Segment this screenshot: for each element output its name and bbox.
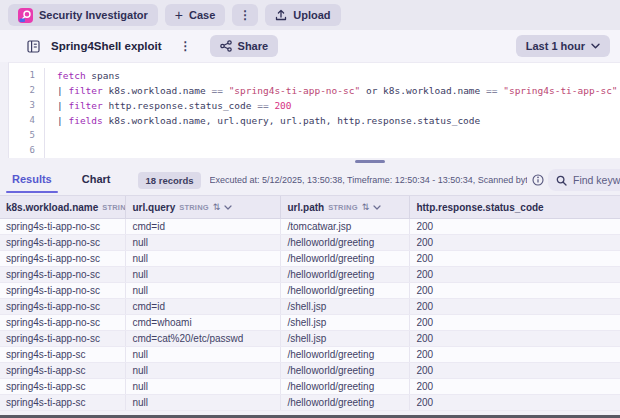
code-line[interactable]: 3| filter http.response.status_code == 2…: [9, 98, 620, 113]
notebook-icon: [27, 40, 40, 53]
table-row[interactable]: spring4s-ti-app-scnull/helloworld/greeti…: [0, 347, 620, 363]
table-cell[interactable]: 200: [410, 283, 620, 298]
upload-label: Upload: [293, 9, 330, 21]
table-cell[interactable]: null: [126, 267, 281, 282]
add-case-label: Case: [189, 9, 215, 21]
table-cell[interactable]: /helloworld/greeting: [281, 363, 410, 378]
table-cell[interactable]: spring4s-ti-app-sc: [0, 347, 126, 362]
chevron-down-icon[interactable]: [373, 205, 381, 210]
table-cell[interactable]: spring4s-ti-app-no-sc: [0, 315, 126, 330]
table-cell[interactable]: spring4s-ti-app-no-sc: [0, 299, 126, 314]
table-row[interactable]: spring4s-ti-app-scnull/helloworld/greeti…: [0, 363, 620, 379]
table-cell[interactable]: 200: [410, 267, 620, 282]
table-cell[interactable]: spring4s-ti-app-sc: [0, 363, 126, 378]
table-cell[interactable]: 200: [410, 379, 620, 394]
table-row[interactable]: spring4s-ti-app-no-sccmd=whoami/shell.js…: [0, 315, 620, 331]
column-header-http.response.status_code[interactable]: http.response.status_code: [410, 196, 620, 218]
table-cell[interactable]: spring4s-ti-app-sc: [0, 379, 126, 394]
table-cell[interactable]: spring4s-ti-app-no-sc: [0, 331, 126, 346]
column-type: STRING: [179, 203, 209, 212]
table-cell[interactable]: 200: [410, 251, 620, 266]
table-row[interactable]: spring4s-ti-app-scnull/helloworld/greeti…: [0, 379, 620, 395]
share-label: Share: [238, 40, 269, 52]
table-row[interactable]: spring4s-ti-app-no-sccmd=id/shell.jsp200: [0, 299, 620, 315]
resize-handle[interactable]: [355, 160, 385, 163]
table-cell[interactable]: 200: [410, 363, 620, 378]
table-cell[interactable]: cmd=cat%20/etc/passwd: [126, 331, 281, 346]
column-header-url.path[interactable]: url.pathSTRING⇅: [281, 196, 410, 218]
table-cell[interactable]: spring4s-ti-app-no-sc: [0, 283, 126, 298]
table-cell[interactable]: spring4s-ti-app-no-sc: [0, 235, 126, 250]
table-cell[interactable]: /helloworld/greeting: [281, 267, 410, 282]
table-row[interactable]: spring4s-ti-app-no-sccmd=id/tomcatwar.js…: [0, 219, 620, 235]
code-line[interactable]: 4| fields k8s.workload.name, url.query, …: [9, 113, 620, 128]
table-cell[interactable]: spring4s-ti-app-no-sc: [0, 219, 126, 234]
table-cell[interactable]: /tomcatwar.jsp: [281, 219, 410, 234]
tab-results[interactable]: Results: [10, 167, 54, 193]
table-cell[interactable]: null: [126, 251, 281, 266]
table-cell[interactable]: /helloworld/greeting: [281, 379, 410, 394]
table-row[interactable]: spring4s-ti-app-no-sccmd=cat%20/etc/pass…: [0, 331, 620, 347]
search-input[interactable]: [573, 174, 620, 186]
results-toolbar: Results Chart 18 records Executed at: 5/…: [0, 165, 620, 195]
table-cell[interactable]: 200: [410, 235, 620, 250]
info-icon[interactable]: [532, 174, 544, 186]
table-cell[interactable]: null: [126, 347, 281, 362]
find-keyword-search[interactable]: [548, 169, 620, 191]
column-name: k8s.workload.name: [6, 202, 98, 213]
query-editor[interactable]: 1fetch spans2| filter k8s.workload.name …: [8, 62, 620, 158]
document-more-button[interactable]: ⋮: [173, 35, 199, 57]
chevron-down-icon: [591, 43, 600, 49]
table-cell[interactable]: /shell.jsp: [281, 315, 410, 330]
code-line[interactable]: 6: [9, 143, 620, 158]
chevron-down-icon[interactable]: [224, 205, 232, 210]
timeframe-selector[interactable]: Last 1 hour: [516, 35, 610, 57]
sort-icon[interactable]: ⇅: [362, 202, 370, 212]
table-cell[interactable]: 200: [410, 299, 620, 314]
table-row[interactable]: spring4s-ti-app-no-scnull/helloworld/gre…: [0, 283, 620, 299]
code-line[interactable]: 5: [9, 128, 620, 143]
add-case-button[interactable]: + Case: [165, 4, 225, 26]
table-row[interactable]: spring4s-ti-app-no-scnull/helloworld/gre…: [0, 251, 620, 267]
table-cell[interactable]: 200: [410, 347, 620, 362]
app-tab-security-investigator[interactable]: Security Investigator: [8, 4, 158, 26]
table-row[interactable]: spring4s-ti-app-no-scnull/helloworld/gre…: [0, 267, 620, 283]
column-header-url.query[interactable]: url.querySTRING⇅: [126, 196, 281, 218]
code-text: | fields k8s.workload.name, url.query, u…: [45, 113, 620, 128]
column-header-k8s.workload.name[interactable]: k8s.workload.nameSTRING⇅: [0, 196, 126, 218]
upload-button[interactable]: Upload: [265, 4, 340, 26]
table-cell[interactable]: /helloworld/greeting: [281, 347, 410, 362]
code-text: fetch spans: [45, 68, 620, 83]
table-cell[interactable]: 200: [410, 315, 620, 330]
table-row[interactable]: spring4s-ti-app-scnull/helloworld/greeti…: [0, 395, 620, 411]
table-cell[interactable]: spring4s-ti-app-no-sc: [0, 251, 126, 266]
code-line[interactable]: 1fetch spans: [9, 68, 620, 83]
table-cell[interactable]: null: [126, 363, 281, 378]
table-cell[interactable]: 200: [410, 331, 620, 346]
table-cell[interactable]: 200: [410, 219, 620, 234]
table-cell[interactable]: spring4s-ti-app-sc: [0, 395, 126, 410]
tab-chart[interactable]: Chart: [80, 167, 113, 193]
table-cell[interactable]: null: [126, 235, 281, 250]
table-cell[interactable]: /helloworld/greeting: [281, 251, 410, 266]
table-cell[interactable]: /helloworld/greeting: [281, 283, 410, 298]
table-cell[interactable]: spring4s-ti-app-no-sc: [0, 267, 126, 282]
table-cell[interactable]: null: [126, 283, 281, 298]
share-button[interactable]: Share: [210, 35, 279, 57]
table-cell[interactable]: /shell.jsp: [281, 299, 410, 314]
table-cell[interactable]: cmd=whoami: [126, 315, 281, 330]
table-cell[interactable]: cmd=id: [126, 299, 281, 314]
code-line[interactable]: 2| filter k8s.workload.name == "spring4s…: [9, 83, 620, 98]
table-cell[interactable]: /helloworld/greeting: [281, 395, 410, 410]
security-investigator-icon: [18, 8, 33, 23]
table-cell[interactable]: /shell.jsp: [281, 331, 410, 346]
table-cell[interactable]: 200: [410, 395, 620, 410]
table-cell[interactable]: /helloworld/greeting: [281, 235, 410, 250]
table-row[interactable]: spring4s-ti-app-no-scnull/helloworld/gre…: [0, 235, 620, 251]
sort-icon[interactable]: ⇅: [213, 202, 221, 212]
table-cell[interactable]: null: [126, 379, 281, 394]
table-cell[interactable]: null: [126, 395, 281, 410]
execution-info: Executed at: 5/12/2025, 13:50:38, Timefr…: [210, 175, 527, 185]
app-bar-more-button[interactable]: ⋮: [232, 4, 258, 26]
table-cell[interactable]: cmd=id: [126, 219, 281, 234]
